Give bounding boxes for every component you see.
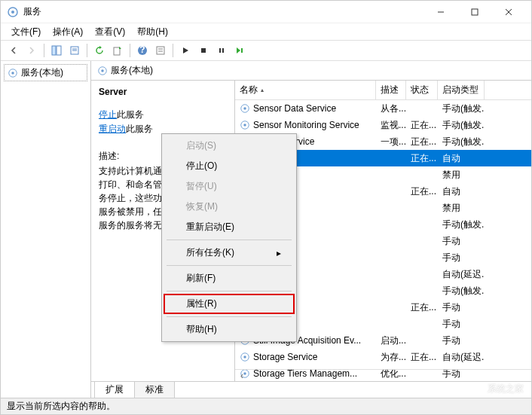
export-button[interactable] — [66, 42, 83, 59]
tabs: 扩展 标准 — [91, 381, 531, 398]
service-row[interactable]: Storage Service为存...正在...自动(延迟... — [235, 349, 531, 365]
menu-action[interactable]: 操作(A) — [47, 24, 89, 40]
service-desc: 一项... — [376, 136, 406, 148]
forward-button[interactable] — [23, 42, 40, 59]
service-desc: 监视... — [376, 119, 406, 132]
tree-root-label: 服务(本地) — [21, 66, 63, 79]
export-list-button[interactable] — [109, 42, 126, 59]
help-button[interactable]: ? — [134, 42, 151, 59]
service-type: 手动(触发... — [438, 102, 485, 115]
tree-panel: 服务(本地) — [1, 61, 91, 398]
context-item[interactable]: 停止(O) — [234, 156, 295, 176]
svg-rect-20 — [241, 48, 243, 53]
col-header-type[interactable]: 启动类型 — [438, 81, 485, 99]
service-type: 手动 — [438, 334, 485, 347]
menu-file[interactable]: 文件(F) — [5, 24, 47, 40]
gear-icon — [240, 103, 250, 114]
svg-point-56 — [243, 355, 246, 359]
horizontal-scrollbar[interactable]: ‹ — [235, 369, 531, 381]
svg-point-22 — [11, 72, 14, 75]
svg-rect-6 — [52, 46, 56, 55]
gear-icon — [8, 68, 18, 78]
svg-rect-14 — [157, 47, 164, 54]
svg-point-28 — [243, 124, 246, 127]
svg-rect-18 — [219, 48, 221, 53]
svg-rect-11 — [114, 47, 120, 55]
context-separator — [234, 291, 292, 291]
service-desc: 启动... — [376, 334, 406, 347]
gear-icon — [240, 120, 250, 130]
service-type: 手动(触发... — [438, 218, 485, 231]
stop-service-button[interactable] — [195, 42, 212, 59]
service-type: 禁用 — [438, 169, 485, 182]
context-separator — [234, 316, 292, 317]
svg-text:?: ? — [139, 45, 145, 55]
service-status: 正在... — [406, 301, 438, 314]
service-status: 正在... — [406, 185, 438, 198]
col-header-desc[interactable]: 描述 — [376, 81, 406, 99]
properties-button[interactable] — [152, 42, 169, 59]
maximize-button[interactable] — [457, 1, 491, 23]
context-item: 启动(S) — [234, 136, 295, 156]
col-header-status[interactable]: 状态 — [406, 81, 438, 99]
svg-rect-19 — [222, 48, 224, 53]
svg-point-24 — [101, 69, 104, 72]
minimize-button[interactable] — [423, 1, 457, 23]
restart-service-link[interactable]: 重启动 — [99, 124, 126, 134]
list-header: 名称 ▴ 描述 状态 启动类型 — [235, 81, 531, 100]
tab-extended[interactable]: 扩展 — [94, 381, 135, 398]
context-item[interactable]: 帮助(H) — [234, 319, 295, 340]
detail-service-name: Server — [99, 87, 227, 97]
service-type: 手动(触发... — [438, 119, 485, 132]
context-item[interactable]: 所有任务(K)▸ — [234, 243, 295, 263]
service-type: 手动(触发... — [438, 136, 485, 148]
view-button[interactable] — [48, 42, 65, 59]
menu-view[interactable]: 查看(V) — [89, 24, 131, 40]
context-item: 暂停(U) — [234, 176, 295, 197]
start-service-button[interactable] — [177, 42, 194, 59]
service-row[interactable]: Sensor Monitoring Service监视...正在...手动(触发… — [235, 117, 531, 133]
tab-standard[interactable]: 标准 — [134, 381, 175, 398]
tree-root-item[interactable]: 服务(本地) — [4, 64, 87, 81]
col-header-name[interactable]: 名称 ▴ — [235, 81, 376, 99]
svg-rect-17 — [201, 48, 206, 53]
service-type: 自动(延迟... — [438, 351, 485, 364]
gear-icon — [97, 66, 108, 76]
context-item[interactable]: 刷新(F) — [234, 268, 295, 288]
context-item[interactable]: 重新启动(E) — [234, 217, 295, 237]
service-desc: 从各... — [376, 102, 406, 115]
service-row[interactable]: Sensor Data Service从各...手动(触发... — [235, 100, 531, 117]
context-item[interactable]: 属性(R) — [234, 294, 295, 314]
submenu-arrow-icon: ▸ — [277, 248, 281, 258]
context-separator — [234, 240, 292, 240]
content-header: 服务(本地) — [91, 61, 531, 81]
service-type: 自动 — [438, 152, 485, 165]
titlebar: 服务 — [1, 1, 531, 23]
stop-service-link[interactable]: 停止 — [99, 109, 117, 120]
toolbar: ? — [1, 40, 531, 61]
service-name: Sensor Monitoring Service — [253, 120, 359, 130]
service-type: 禁用 — [438, 202, 485, 215]
context-menu: 启动(S)停止(O)暂停(U)恢复(M)重新启动(E)所有任务(K)▸刷新(F)… — [234, 133, 297, 342]
pause-service-button[interactable] — [213, 42, 230, 59]
svg-rect-3 — [472, 9, 478, 15]
service-type: 自动 — [438, 185, 485, 198]
service-name: Sensor Data Service — [253, 103, 336, 114]
service-type: 手动 — [438, 252, 485, 264]
close-button[interactable] — [491, 1, 525, 23]
statusbar: 显示当前所选内容的帮助。 — [1, 398, 531, 414]
svg-point-26 — [243, 107, 246, 110]
window-title: 服务 — [23, 5, 423, 18]
back-button[interactable] — [5, 42, 22, 59]
context-separator — [234, 265, 292, 266]
gear-icon — [240, 352, 250, 362]
service-type: 自动(延迟... — [438, 268, 485, 281]
svg-point-1 — [11, 11, 14, 14]
menu-help[interactable]: 帮助(H) — [131, 24, 174, 40]
service-status: 正在... — [406, 351, 438, 364]
service-type: 手动 — [438, 301, 485, 314]
restart-service-button[interactable] — [231, 42, 248, 59]
service-type: 手动(触发... — [438, 285, 485, 298]
context-item: 恢复(M) — [234, 197, 295, 217]
refresh-button[interactable] — [91, 42, 108, 59]
